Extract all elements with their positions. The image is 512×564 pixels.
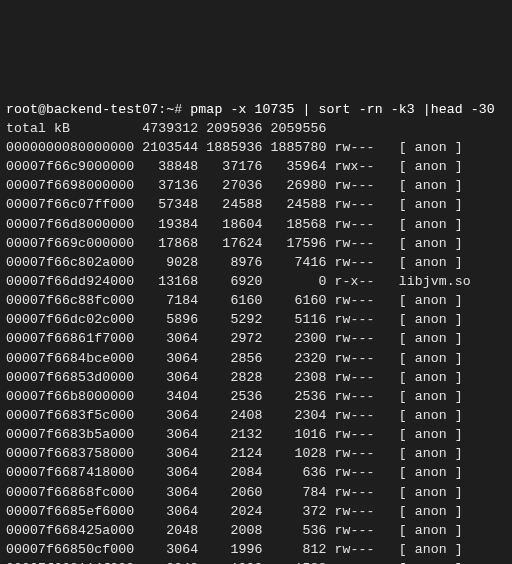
prompt-user: root [6,102,38,117]
pmap-rows: 0000000080000000 2103544 1885936 1885780… [6,140,471,564]
prompt-host: backend-test07 [46,102,158,117]
command-text: pmap -x 10735 | sort -rn -k3 |head -30 [190,102,495,117]
pmap-total-line: total kB 4739312 2095936 2059556 [6,121,327,136]
prompt-symbol: # [174,102,182,117]
prompt-line: root@backend-test07:~# pmap -x 10735 | s… [6,102,495,117]
terminal-output[interactable]: root@backend-test07:~# pmap -x 10735 | s… [0,96,512,564]
